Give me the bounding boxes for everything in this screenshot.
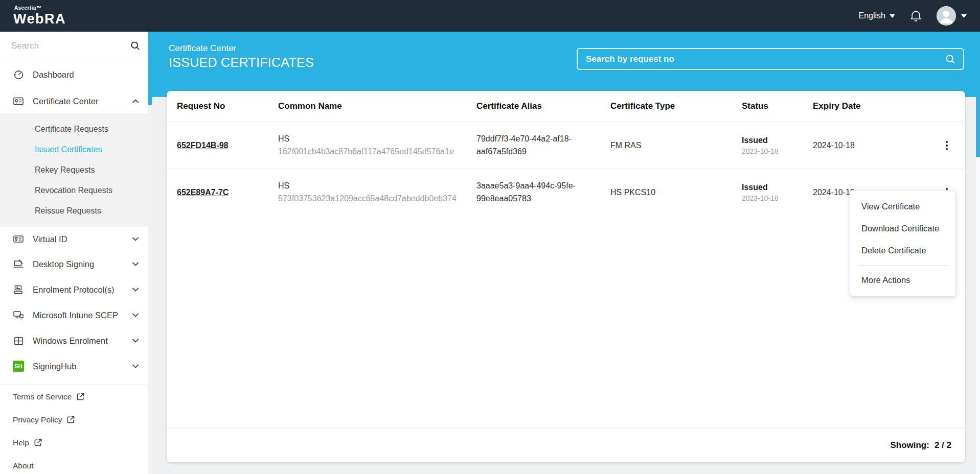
top-bar: Ascertia™ WebRA English	[0, 0, 980, 32]
issued-certificates-table-card: Request No Common Name Certificate Alias…	[167, 91, 965, 462]
sidebar-item-label: Virtual ID	[33, 234, 124, 244]
external-link-icon	[34, 439, 42, 446]
sidebar-scrollbar-thumb[interactable]	[148, 32, 152, 105]
column-header-certificate-type: Certificate Type	[610, 101, 742, 111]
sidebar-item-label: Certificate Center	[33, 97, 124, 106]
sidebar-item-label: Windows Enrolment	[33, 336, 124, 346]
brand-logo[interactable]: Ascertia™ WebRA	[13, 6, 66, 26]
column-header-status: Status	[742, 101, 813, 111]
status-value: Issued	[742, 183, 799, 192]
page-scrollbar-thumb[interactable]	[976, 32, 980, 157]
common-name-hash: 573f03753623a1209acc65a48cd7abeddb0eb374	[278, 193, 462, 205]
brand-ascertia: Ascertia™	[14, 6, 66, 11]
webra-app: Ascertia™ WebRA English	[0, 0, 980, 474]
sidebar-item-microsoft-intune-scep[interactable]: Microsoft Intune SCEP	[0, 302, 152, 328]
external-link-icon	[67, 416, 75, 423]
status-date: 2023-10-18	[742, 147, 799, 155]
privacy-policy-link[interactable]: Privacy Policy	[0, 408, 152, 431]
chevron-down-icon	[961, 14, 967, 18]
sidebar-item-revocation-requests[interactable]: Revocation Requests	[0, 180, 152, 201]
page-header-band: Certificate Center ISSUED CERTIFICATES	[152, 32, 976, 97]
table-footer: Showing: 2 / 2	[167, 428, 965, 462]
desktop-signing-icon	[13, 258, 24, 270]
menu-item-more-actions[interactable]: More Actions	[850, 269, 955, 291]
certificate-alias: 79ddf7f3-4e70-44a2-af18-aaf67a5fd369	[476, 133, 596, 158]
request-search-input[interactable]	[586, 54, 939, 64]
menu-item-view-certificate[interactable]: View Certificate	[850, 196, 955, 218]
chevron-down-icon	[132, 313, 139, 317]
column-header-expiry-date: Expiry Date	[813, 101, 915, 111]
sidebar-item-label: SigningHub	[33, 362, 124, 371]
link-label: Terms of Service	[13, 392, 72, 401]
sidebar-item-signinghub[interactable]: SH SigningHub	[0, 353, 152, 379]
chevron-down-icon	[132, 237, 139, 241]
sidebar-item-rekey-requests[interactable]: Rekey Requests	[0, 160, 152, 180]
sidebar-nav: Dashboard Certificate Center	[0, 60, 152, 379]
common-name-cell: HS 573f03753623a1209acc65a48cd7abeddb0eb…	[278, 180, 476, 205]
sidebar-item-label: Desktop Signing	[33, 259, 124, 269]
user-menu[interactable]	[937, 6, 967, 26]
about-link[interactable]: About	[0, 454, 152, 474]
certificate-type: HS PKCS10	[610, 188, 742, 197]
request-no-link[interactable]: 652E89A7-7C	[177, 188, 229, 197]
sidebar-item-certificate-requests[interactable]: Certificate Requests	[0, 119, 152, 139]
common-name-cell: HS 162f001cb4b3ac87b6af117a4765ed145d576…	[278, 133, 476, 158]
common-name-hash: 162f001cb4b3ac87b6af117a4765ed145d576a1e	[278, 146, 462, 158]
link-label: About	[13, 461, 34, 470]
search-icon[interactable]	[129, 40, 141, 52]
expiry-date: 2024-10-18	[813, 141, 915, 150]
showing-value: 2 / 2	[935, 440, 951, 451]
status-value: Issued	[742, 136, 799, 145]
sidebar-item-certificate-center[interactable]: Certificate Center	[0, 89, 152, 113]
sidebar-search-input[interactable]	[11, 41, 124, 51]
chevron-down-icon	[132, 288, 139, 292]
sidebar-search	[0, 32, 152, 60]
table-row: 652E89A7-7C HS 573f03753623a1209acc65a48…	[167, 169, 965, 216]
sidebar: Dashboard Certificate Center	[0, 32, 152, 474]
avatar	[937, 6, 956, 26]
chevron-down-icon	[132, 364, 139, 368]
status-date: 2023-10-18	[742, 194, 799, 202]
chevron-down-icon	[890, 14, 895, 18]
notifications-bell-icon[interactable]	[909, 9, 923, 23]
chevron-down-icon	[132, 262, 139, 266]
language-dropdown[interactable]: English	[859, 11, 895, 20]
status-cell: Issued 2023-10-18	[742, 183, 813, 202]
common-name-prefix: HS	[278, 180, 462, 193]
menu-item-delete-certificate[interactable]: Delete Certificate	[850, 240, 955, 262]
sidebar-item-windows-enrolment[interactable]: Windows Enrolment	[0, 328, 152, 353]
search-icon[interactable]	[945, 54, 955, 64]
enrolment-protocols-icon	[13, 284, 24, 295]
sidebar-item-enrolment-protocols[interactable]: Enrolment Protocol(s)	[0, 277, 152, 302]
menu-item-download-certificate[interactable]: Download Certificate	[850, 218, 955, 240]
request-no-link[interactable]: 652FD14B-98	[177, 141, 229, 150]
column-header-common-name: Common Name	[278, 101, 476, 111]
certificate-center-submenu: Certificate Requests Issued Certificates…	[0, 113, 152, 227]
showing-label: Showing:	[890, 440, 929, 451]
column-header-certificate-alias: Certificate Alias	[476, 101, 610, 111]
page-scrollbar[interactable]	[976, 32, 980, 474]
sidebar-item-label: Enrolment Protocol(s)	[33, 285, 124, 295]
dashboard-icon	[13, 69, 24, 80]
help-link[interactable]: Help	[0, 431, 152, 454]
id-card-icon	[13, 233, 24, 245]
request-search-box	[577, 48, 964, 70]
row-actions-kebab-icon[interactable]	[943, 138, 951, 153]
terms-of-service-link[interactable]: Terms of Service	[0, 385, 152, 408]
sidebar-scrollbar[interactable]	[148, 32, 152, 474]
sidebar-item-dashboard[interactable]: Dashboard	[0, 60, 152, 89]
sidebar-item-desktop-signing[interactable]: Desktop Signing	[0, 251, 152, 277]
sidebar-item-label: Microsoft Intune SCEP	[33, 311, 124, 320]
sidebar-item-virtual-id[interactable]: Virtual ID	[0, 227, 152, 251]
certificate-icon	[13, 96, 24, 107]
external-link-icon	[77, 393, 84, 400]
link-label: Help	[13, 438, 29, 447]
certificate-alias: 3aaae5a3-9aa4-494c-95fe-99e8eaa05783	[476, 180, 596, 205]
link-label: Privacy Policy	[13, 415, 62, 424]
signinghub-badge: SH	[13, 361, 24, 372]
intune-devices-icon	[13, 310, 24, 321]
language-label: English	[859, 11, 885, 20]
windows-icon	[13, 335, 24, 346]
sidebar-item-reissue-requests[interactable]: Reissue Requests	[0, 201, 152, 221]
sidebar-item-issued-certificates[interactable]: Issued Certificates	[0, 139, 152, 160]
